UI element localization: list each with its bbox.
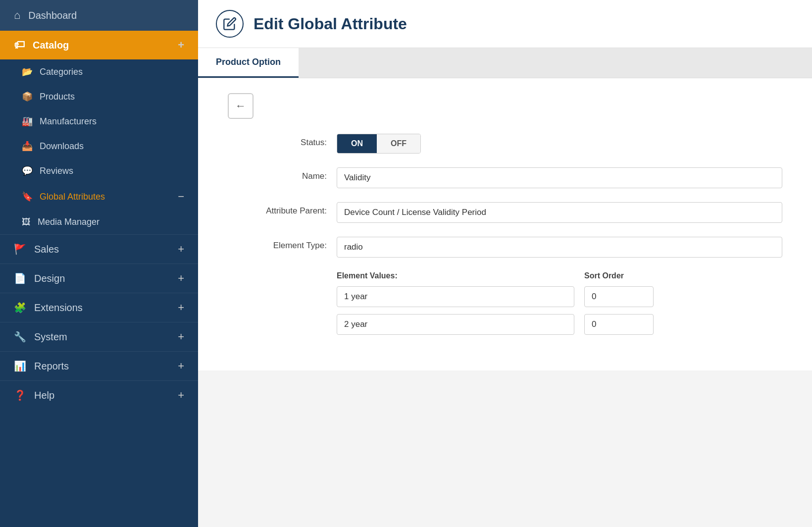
tab-right-fill bbox=[299, 48, 812, 78]
element-value-row-2 bbox=[337, 314, 782, 335]
design-plus-icon: + bbox=[178, 272, 184, 285]
so-column-label: Sort Order bbox=[584, 271, 654, 280]
element-values-label bbox=[228, 271, 327, 275]
sidebar-item-downloads[interactable]: 📥 Downloads bbox=[0, 134, 198, 158]
extensions-plus-icon: + bbox=[178, 301, 184, 314]
system-plus-icon: + bbox=[178, 330, 184, 343]
tab-product-option[interactable]: Product Option bbox=[198, 48, 299, 78]
name-row: Name: bbox=[228, 167, 782, 188]
sidebar-reviews-label: Reviews bbox=[40, 166, 184, 176]
header-icon bbox=[216, 10, 244, 38]
sort-order-input-1[interactable] bbox=[584, 286, 654, 307]
sidebar-item-help[interactable]: ❓ Help + bbox=[0, 380, 198, 410]
element-values-row: Element Values: Sort Order bbox=[228, 271, 782, 342]
sidebar-reports-label: Reports bbox=[34, 361, 69, 372]
help-plus-icon: + bbox=[178, 389, 184, 402]
sidebar-item-extensions[interactable]: 🧩 Extensions + bbox=[0, 293, 198, 322]
reports-icon: 📊 bbox=[14, 360, 26, 372]
back-button[interactable]: ← bbox=[228, 93, 254, 119]
catalog-icon: 🏷 bbox=[14, 39, 25, 52]
sidebar-extensions-label: Extensions bbox=[34, 302, 83, 314]
element-value-input-1[interactable] bbox=[337, 286, 574, 307]
main-card: Product Option ← Status: ON OFF bbox=[198, 48, 812, 370]
products-icon: 📦 bbox=[22, 91, 33, 102]
sidebar-help-label: Help bbox=[34, 390, 54, 401]
element-values-header: Element Values: Sort Order bbox=[337, 271, 782, 280]
sort-order-input-2[interactable] bbox=[584, 314, 654, 335]
sales-icon: 🚩 bbox=[14, 243, 26, 255]
back-arrow-icon: ← bbox=[235, 100, 246, 112]
element-value-input-2[interactable] bbox=[337, 314, 574, 335]
status-toggle: ON OFF bbox=[337, 134, 421, 154]
sidebar-item-system[interactable]: 🔧 System + bbox=[0, 322, 198, 351]
design-icon: 📄 bbox=[14, 272, 26, 284]
reviews-icon: 💬 bbox=[22, 165, 33, 176]
tab-bar: Product Option bbox=[198, 48, 812, 78]
element-type-row: Element Type: bbox=[228, 237, 782, 258]
global-attr-collapse-icon[interactable]: − bbox=[178, 190, 184, 203]
sidebar-design-label: Design bbox=[34, 273, 65, 284]
sidebar-manufacturers-label: Manufacturers bbox=[40, 116, 184, 127]
sidebar: Dashboard 🏷 Catalog + 📂 Categories 📦 Pro… bbox=[0, 0, 198, 527]
sidebar-products-label: Products bbox=[40, 92, 184, 102]
content-area: Product Option ← Status: ON OFF bbox=[198, 48, 812, 527]
sales-plus-icon: + bbox=[178, 243, 184, 256]
sidebar-catalog-label: Catalog bbox=[33, 40, 69, 51]
media-icon: 🖼 bbox=[22, 217, 31, 227]
form-area: ← Status: ON OFF Name: bbox=[198, 78, 812, 370]
global-attr-icon: 🔖 bbox=[22, 191, 33, 202]
categories-icon: 📂 bbox=[22, 66, 33, 77]
downloads-icon: 📥 bbox=[22, 141, 33, 152]
system-icon: 🔧 bbox=[14, 331, 26, 343]
sidebar-sales-label: Sales bbox=[34, 244, 59, 255]
sidebar-item-categories[interactable]: 📂 Categories bbox=[0, 59, 198, 84]
attribute-parent-row: Attribute Parent: bbox=[228, 202, 782, 223]
sidebar-item-sales[interactable]: 🚩 Sales + bbox=[0, 234, 198, 264]
help-icon: ❓ bbox=[14, 389, 26, 401]
sidebar-item-reviews[interactable]: 💬 Reviews bbox=[0, 158, 198, 183]
catalog-plus-icon: + bbox=[178, 39, 184, 52]
status-on-button[interactable]: ON bbox=[337, 134, 377, 153]
sidebar-item-manufacturers[interactable]: 🏭 Manufacturers bbox=[0, 109, 198, 134]
sidebar-item-media-manager[interactable]: 🖼 Media Manager bbox=[0, 210, 198, 234]
attribute-parent-input[interactable] bbox=[337, 202, 782, 223]
manufacturers-icon: 🏭 bbox=[22, 116, 33, 127]
sidebar-item-global-attributes[interactable]: 🔖 Global Attributes − bbox=[0, 183, 198, 210]
status-row: Status: ON OFF bbox=[228, 134, 782, 154]
sidebar-item-design[interactable]: 📄 Design + bbox=[0, 264, 198, 293]
name-label: Name: bbox=[228, 167, 327, 181]
page-header: Edit Global Attribute bbox=[198, 0, 812, 48]
element-value-row-1 bbox=[337, 286, 782, 307]
sidebar-item-reports[interactable]: 📊 Reports + bbox=[0, 351, 198, 380]
sidebar-item-dashboard[interactable]: Dashboard bbox=[0, 0, 198, 31]
status-label: Status: bbox=[228, 134, 327, 148]
sidebar-system-label: System bbox=[34, 331, 67, 343]
element-type-label: Element Type: bbox=[228, 237, 327, 251]
element-type-input[interactable] bbox=[337, 237, 782, 258]
name-input[interactable] bbox=[337, 167, 782, 188]
reports-plus-icon: + bbox=[178, 360, 184, 372]
sidebar-downloads-label: Downloads bbox=[40, 141, 184, 152]
main-content: Edit Global Attribute Product Option ← S… bbox=[198, 0, 812, 527]
extensions-icon: 🧩 bbox=[14, 302, 26, 314]
page-title: Edit Global Attribute bbox=[254, 15, 407, 33]
status-off-button[interactable]: OFF bbox=[377, 134, 420, 153]
sidebar-item-catalog[interactable]: 🏷 Catalog + bbox=[0, 31, 198, 59]
home-icon bbox=[14, 9, 20, 22]
sidebar-categories-label: Categories bbox=[40, 67, 184, 77]
sidebar-global-attr-label: Global Attributes bbox=[40, 192, 171, 202]
sidebar-dashboard-label: Dashboard bbox=[28, 10, 77, 21]
ev-column-label: Element Values: bbox=[337, 271, 574, 280]
attribute-parent-label: Attribute Parent: bbox=[228, 202, 327, 216]
sidebar-item-products[interactable]: 📦 Products bbox=[0, 84, 198, 109]
sidebar-media-label: Media Manager bbox=[38, 217, 184, 227]
